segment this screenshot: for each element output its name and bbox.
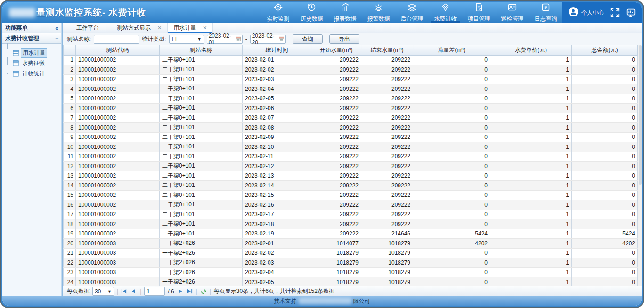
cell-station-code: 100001000002	[76, 65, 160, 75]
table-row[interactable]: 20 100001000003 一干渠2+026 2023-02-01 1014…	[64, 239, 638, 249]
sidebar-group-header[interactable]: 水费计收管理 −	[2, 33, 61, 44]
table-row[interactable]: 8 100001000002 二干渠0+101 2023-02-08 20922…	[64, 123, 638, 133]
cell-station-code: 100001000002	[76, 123, 160, 133]
first-page-button[interactable]	[121, 288, 128, 295]
nav-item-waterfee[interactable]: 水费计收	[429, 2, 462, 23]
cell-station-name: 二干渠0+101	[160, 113, 243, 123]
nav-item-reports[interactable]: 报表数据	[328, 2, 362, 23]
nav-item-history[interactable]: 历史数据	[295, 2, 328, 23]
table-row[interactable]: 23 100001000003 一干渠2+026 2023-02-04 1018…	[64, 267, 638, 277]
project-doc-icon	[474, 2, 484, 14]
fullscreen-button[interactable]	[610, 8, 620, 18]
table-row[interactable]: 18 100001000002 二干渠0+101 2023-02-18 2092…	[64, 219, 638, 229]
table-row[interactable]: 6 100001000002 二干渠0+101 2023-02-06 20922…	[64, 104, 638, 113]
sidebar-collapse-icon[interactable]: «	[55, 25, 58, 32]
col-total-amount[interactable]: 总金额(元)	[572, 45, 638, 55]
refresh-button[interactable]	[200, 288, 207, 295]
col-start-volume[interactable]: 开始水量(m³)	[311, 45, 361, 55]
cell-end-volume: 209222	[361, 113, 413, 123]
table-row[interactable]: 5 100001000002 二干渠0+101 2023-02-05 20922…	[64, 94, 638, 104]
table-row[interactable]: 2 100001000002 二干渠0+101 2023-02-02 20922…	[64, 65, 638, 75]
sidebar-item-fee-collection[interactable]: 水费征缴	[7, 58, 59, 68]
user-center-button[interactable]: 个人中心	[568, 7, 604, 19]
cell-station-name: 二干渠0+101	[160, 104, 243, 113]
cell-station-code: 100001000002	[76, 104, 160, 113]
cell-total-amount: 0	[572, 200, 638, 210]
table-row[interactable]: 7 100001000002 二干渠0+101 2023-02-07 20922…	[64, 113, 638, 123]
table-row[interactable]: 3 100001000002 二干渠0+101 2023-02-03 20922…	[64, 74, 638, 84]
nav-item-backend[interactable]: 后台管理	[395, 2, 429, 23]
table-row[interactable]: 21 100001000003 一干渠2+026 2023-02-02 1018…	[64, 248, 638, 258]
cell-station-code: 100001000002	[76, 219, 160, 229]
nav-item-inspection[interactable]: 巡检管理	[496, 2, 529, 23]
table-row[interactable]: 1 100001000002 二干渠0+101 2023-02-01 20922…	[64, 55, 638, 65]
cell-unit-price: 1	[490, 94, 572, 104]
nav-item-realtime[interactable]: 实时监测	[261, 2, 295, 23]
nav-item-alarms[interactable]: 报警数据	[362, 2, 395, 23]
per-page-select[interactable]: 30 ▼	[92, 287, 114, 296]
date-to-input[interactable]: 2023-02-20	[250, 35, 286, 44]
table-row[interactable]: 22 100001000003 一干渠2+026 2023-02-03 1018…	[64, 258, 638, 268]
cell-start-volume: 209222	[311, 84, 361, 94]
table-row[interactable]: 12 100001000002 二干渠0+101 2023-02-12 2092…	[64, 162, 638, 171]
cell-station-code: 100001000002	[76, 142, 160, 152]
table-row[interactable]: 17 100001000002 二干渠0+101 2023-02-17 2092…	[64, 210, 638, 219]
cell-flow-diff: 0	[413, 113, 490, 123]
export-button[interactable]: 导出	[329, 34, 359, 44]
table-row[interactable]: 4 100001000002 二干渠0+101 2023-02-04 20922…	[64, 84, 638, 94]
dashboard-screen-button[interactable]	[626, 8, 636, 18]
prev-page-button[interactable]	[130, 288, 137, 295]
calendar-icon[interactable]	[279, 36, 284, 42]
cell-station-name: 二干渠0+101	[160, 200, 243, 210]
table-row[interactable]: 15 100001000002 二干渠0+101 2023-02-15 2092…	[64, 190, 638, 200]
col-station-code[interactable]: 测站代码	[76, 45, 160, 55]
cell-stat-time: 2023-02-09	[243, 132, 311, 142]
table-row[interactable]: 16 100001000002 二干渠0+101 2023-02-16 2092…	[64, 200, 638, 210]
table-row[interactable]: 10 100001000002 二干渠0+101 2023-02-10 2092…	[64, 142, 638, 152]
tab-water-metering[interactable]: 用水计量 ✕	[168, 23, 213, 33]
col-flow-diff[interactable]: 流量差(m³)	[413, 45, 490, 55]
tab-station-display[interactable]: 测站方式显示 ✕	[111, 23, 168, 33]
table-row[interactable]: 24 100001000003 一干渠2+026 2023-02-05 1018…	[64, 277, 638, 286]
cell-station-name: 二干渠0+101	[160, 190, 243, 200]
last-page-button[interactable]	[187, 288, 193, 295]
calendar-icon[interactable]	[236, 36, 241, 42]
close-icon[interactable]: ✕	[203, 25, 207, 31]
cell-stat-time: 2023-02-12	[243, 162, 311, 171]
table-row[interactable]: 19 100001000002 二干渠0+101 2023-02-19 2092…	[64, 229, 638, 239]
cell-end-volume: 209222	[361, 104, 413, 113]
support-prefix: 技术支持	[274, 297, 297, 305]
stat-type-select[interactable]: 日 ▼	[169, 35, 204, 44]
row-number: 9	[64, 132, 76, 142]
chevron-down-icon: ▼	[107, 289, 112, 294]
group-collapse-icon[interactable]: −	[55, 35, 58, 42]
col-end-volume[interactable]: 结束水量(m³)	[361, 45, 413, 55]
sidebar-item-water-metering[interactable]: 用水计量	[7, 48, 59, 58]
col-station-name[interactable]: 测站名称	[160, 45, 243, 55]
cell-flow-diff: 0	[413, 210, 490, 219]
next-page-button[interactable]	[177, 288, 184, 295]
cell-end-volume: 1018279	[361, 277, 413, 286]
scrollbar-thumb[interactable]	[639, 45, 642, 185]
col-unit-price[interactable]: 水费单价(元)	[490, 45, 572, 55]
nav-item-projects[interactable]: 项目管理	[462, 2, 496, 23]
table-row[interactable]: 13 100001000002 二干渠0+101 2023-02-13 2092…	[64, 171, 638, 181]
close-icon[interactable]: ✕	[157, 25, 162, 31]
col-stat-time[interactable]: 统计时间	[243, 45, 311, 55]
table-row[interactable]: 11 100001000002 二干渠0+101 2023-02-11 2092…	[64, 152, 638, 162]
nav-item-logs[interactable]: 日志查询	[529, 2, 562, 23]
tab-workbench[interactable]: 工作平台	[71, 23, 111, 33]
sidebar-item-label: 计收统计	[21, 69, 46, 78]
vertical-scrollbar[interactable]	[638, 45, 642, 286]
table-row[interactable]: 14 100001000002 二干渠0+101 2023-02-14 2092…	[64, 181, 638, 191]
support-suffix: 限公司	[353, 297, 370, 305]
sidebar-item-collection-stats[interactable]: 计收统计	[7, 68, 59, 79]
page-number-input[interactable]	[144, 287, 165, 296]
date-from-input[interactable]: 2023-02-01	[207, 35, 243, 44]
row-number: 7	[64, 113, 76, 123]
table-row[interactable]: 9 100001000002 二干渠0+101 2023-02-09 20922…	[64, 132, 638, 142]
station-name-input[interactable]	[94, 35, 139, 44]
cell-unit-price: 1	[490, 258, 572, 268]
cell-total-amount: 0	[572, 248, 638, 258]
query-button[interactable]: 查询	[293, 34, 323, 44]
